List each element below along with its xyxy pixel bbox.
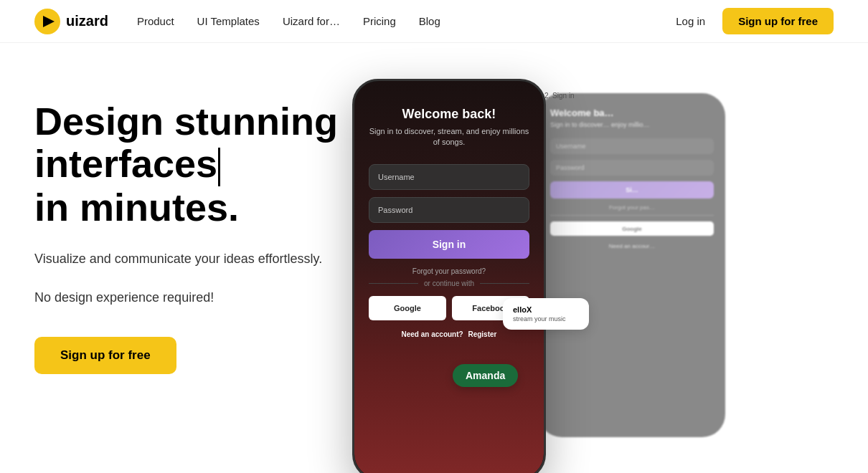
- hero-left: Design stunning interfaces in minutes. V…: [34, 79, 338, 374]
- hero-note: No design experience required!: [34, 290, 338, 305]
- or-line-left: [369, 283, 418, 284]
- bg-phone-welcome: Welcome ba…: [550, 108, 714, 118]
- nav-signup-button[interactable]: Sign up for free: [722, 8, 834, 34]
- ellox-title: elloX: [513, 305, 579, 314]
- nav-item-pricing[interactable]: Pricing: [363, 15, 396, 27]
- phone-forgot-password[interactable]: Forgot your password?: [369, 267, 529, 275]
- nav-actions: Log in Sign up for free: [676, 8, 834, 34]
- or-line-right: [480, 283, 529, 284]
- phone-welcome-text: Welcome back!: [369, 107, 529, 122]
- hero-right: Welcome ba… Sign in to discover… enjoy m…: [338, 79, 834, 473]
- bg-phone-username: Username: [550, 138, 714, 154]
- phone-main: Welcome back! Sign in to discover, strea…: [352, 79, 546, 473]
- hero-title: Design stunning interfaces in minutes.: [34, 100, 338, 229]
- phone-password-input[interactable]: Password: [369, 197, 529, 223]
- text-cursor: [218, 148, 220, 186]
- phone-signin-button[interactable]: Sign in: [369, 230, 529, 259]
- nav-item-uizard-for[interactable]: Uizard for…: [283, 15, 340, 27]
- bg-phone-register: Need an accour…: [550, 243, 714, 249]
- bg-phone-forgot: Forgot your pas…: [550, 204, 714, 211]
- phone-username-input[interactable]: Username: [369, 164, 529, 190]
- hero-signup-button[interactable]: Sign up for free: [34, 337, 176, 374]
- bg-phone-google: Google: [550, 221, 714, 236]
- nav-item-blog[interactable]: Blog: [419, 15, 440, 27]
- nav-item-ui-templates[interactable]: UI Templates: [197, 15, 260, 27]
- user-tooltip: Amanda: [453, 364, 518, 387]
- ellox-popup: elloX stream your music: [503, 298, 589, 330]
- hero-subtitle: Visualize and communicate your ideas eff…: [34, 249, 338, 269]
- bg-phone-subtitle: Sign in to discover… enjoy millio…: [550, 121, 714, 128]
- nav-links: Product UI Templates Uizard for… Pricing…: [137, 15, 676, 27]
- phone-subtitle-text: Sign in to discover, stream, and enjoy m…: [369, 126, 529, 148]
- navbar: uizard Product UI Templates Uizard for… …: [0, 0, 868, 43]
- logo[interactable]: uizard: [34, 9, 108, 34]
- phone-register-link[interactable]: Register: [468, 330, 496, 338]
- or-text: or continue with: [424, 280, 474, 287]
- hero-section: Design stunning interfaces in minutes. V…: [0, 43, 868, 473]
- ellox-sub: stream your music: [513, 315, 579, 322]
- logo-icon: [34, 9, 60, 34]
- sign-in-label: 2. Sign in: [544, 92, 575, 100]
- nav-item-product[interactable]: Product: [137, 15, 174, 27]
- logo-text: uizard: [66, 13, 108, 29]
- bg-phone-password: Password: [550, 160, 714, 176]
- phone-register-text: Need an account? Register: [369, 330, 529, 338]
- phone-google-button[interactable]: Google: [369, 296, 446, 320]
- bg-phone-signin: Si…: [550, 181, 714, 199]
- phone-bg-right: Welcome ba… Sign in to discover… enjoy m…: [539, 93, 725, 437]
- login-button[interactable]: Log in: [676, 15, 705, 27]
- bg-phone-social: Google: [550, 221, 714, 236]
- phone-or-divider: or continue with: [369, 280, 529, 287]
